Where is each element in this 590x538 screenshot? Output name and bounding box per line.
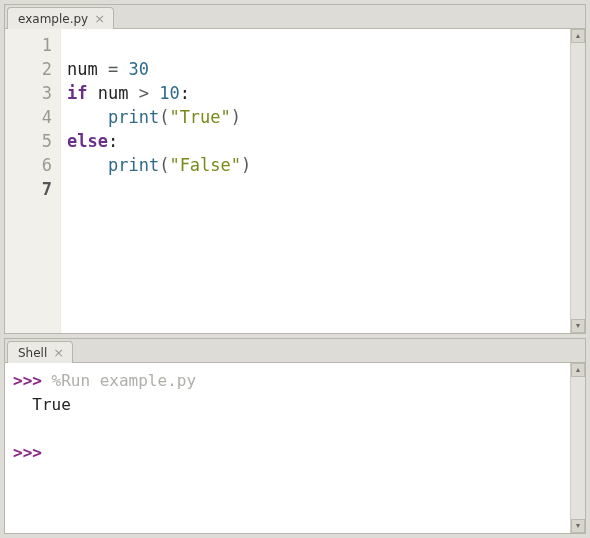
shell-content-wrap: >>> %Run example.py True >>> ▴ ▾	[5, 363, 585, 533]
line-number: 6	[5, 153, 52, 177]
line-number: 2	[5, 57, 52, 81]
editor-tab-label: example.py	[18, 12, 88, 26]
scroll-down-icon[interactable]: ▾	[571, 319, 585, 333]
editor-tab[interactable]: example.py ×	[7, 7, 114, 29]
shell-line	[13, 417, 562, 441]
editor-tab-bar: example.py ×	[5, 5, 585, 29]
close-icon[interactable]: ×	[53, 346, 64, 359]
code-line: if num > 10:	[67, 81, 564, 105]
line-number: 1	[5, 33, 52, 57]
code-line	[67, 177, 564, 201]
scroll-up-icon[interactable]: ▴	[571, 29, 585, 43]
line-number: 3	[5, 81, 52, 105]
shell-line: >>> %Run example.py	[13, 369, 562, 393]
shell-area[interactable]: >>> %Run example.py True >>>	[5, 363, 570, 533]
close-icon[interactable]: ×	[94, 12, 105, 25]
shell-panel: Shell × >>> %Run example.py True >>> ▴ ▾	[4, 338, 586, 534]
line-number: 5	[5, 129, 52, 153]
code-line: print("True")	[67, 105, 564, 129]
editor-scrollbar[interactable]: ▴ ▾	[570, 29, 585, 333]
line-number-gutter: 1 2 3 4 5 6 7	[5, 29, 61, 333]
code-line	[67, 33, 564, 57]
editor-content: 1 2 3 4 5 6 7 num = 30if num > 10: print…	[5, 29, 585, 333]
line-number: 4	[5, 105, 52, 129]
code-line: else:	[67, 129, 564, 153]
code-area[interactable]: num = 30if num > 10: print("True")else: …	[61, 29, 570, 333]
scroll-up-icon[interactable]: ▴	[571, 363, 585, 377]
editor-panel: example.py × 1 2 3 4 5 6 7 num = 30if nu…	[4, 4, 586, 334]
shell-tab-bar: Shell ×	[5, 339, 585, 363]
line-number: 7	[5, 177, 52, 201]
shell-prompt-line: >>>	[13, 441, 562, 465]
shell-tab[interactable]: Shell ×	[7, 341, 73, 363]
code-line: print("False")	[67, 153, 564, 177]
code-line: num = 30	[67, 57, 564, 81]
shell-output-line: True	[13, 393, 562, 417]
scroll-down-icon[interactable]: ▾	[571, 519, 585, 533]
shell-tab-label: Shell	[18, 346, 47, 360]
shell-scrollbar[interactable]: ▴ ▾	[570, 363, 585, 533]
